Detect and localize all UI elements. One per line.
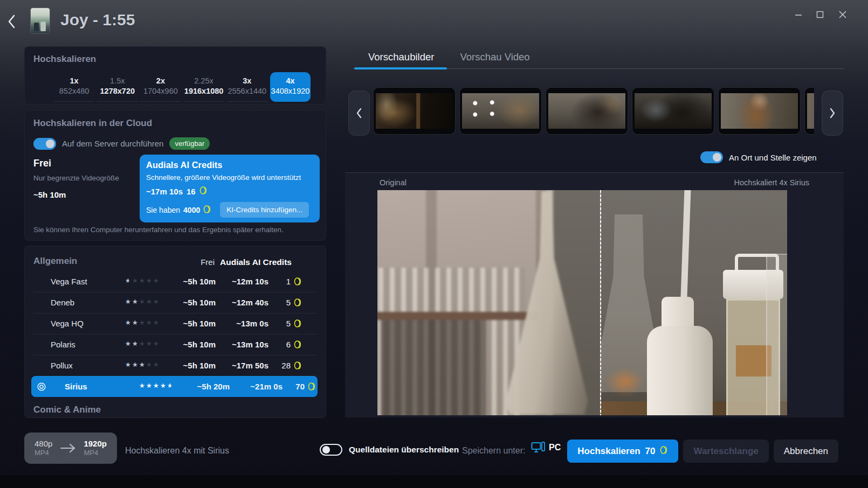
model-credits-time: ~21m 0s [230, 382, 283, 391]
chevron-right-icon [828, 107, 837, 120]
carousel-next-button[interactable] [822, 90, 843, 136]
upscaled-label: Hochskaliert 4x Sirius [734, 178, 809, 187]
upscale-option-1x[interactable]: 1x852x480 [54, 72, 94, 102]
star-rating: ★★★★★★★ [125, 340, 160, 349]
preview-thumbnail-4[interactable] [632, 87, 714, 135]
coin-icon-slot [660, 445, 668, 457]
audials-upscale-window: Joy - 1:55 Hochskalieren 1x852x4801.5x12… [0, 0, 868, 488]
coin-icon [294, 361, 302, 370]
model-free-time: ~5h 10m [173, 361, 216, 370]
credits-duration: ~17m 10s [146, 187, 183, 196]
coin-icon [660, 445, 668, 455]
queue-button[interactable]: Warteschlange [683, 440, 768, 463]
preview-eye-icon [37, 382, 46, 392]
star-rating: ★★★★★★★★ [125, 361, 160, 370]
model-row-vega-fast[interactable]: Vega Fast★★★★★★~5h 10m~12m 10s1 [25, 271, 326, 292]
upscale-resolution: 1278x720 [97, 86, 137, 96]
thumbnail-image [635, 93, 712, 129]
back-button[interactable] [5, 13, 19, 30]
preview-thumbnail-2[interactable] [459, 87, 542, 135]
upscale-panel: Hochskalieren 1x852x4801.5x1278x7202x170… [24, 46, 326, 104]
model-row-pollux[interactable]: Pollux★★★★★★★★~5h 10m~17m 50s28 [25, 355, 326, 376]
preview-thumbnail-5[interactable] [718, 87, 801, 135]
model-credits-count: 28 [281, 361, 291, 370]
column-header-free: Frei [170, 257, 215, 267]
thumbnail-image [462, 93, 539, 129]
pc-icon [531, 442, 545, 454]
coin-icon [294, 340, 302, 349]
upscale-button-label: Hochskalieren [577, 446, 640, 457]
upscale-factor: 4x [270, 76, 311, 86]
upscale-button-cost: 70 [645, 446, 656, 457]
upscale-option-2.25x[interactable]: 2.25x1916x1080 [184, 72, 224, 102]
model-credits-count: 5 [286, 319, 291, 328]
model-name: Deneb [51, 298, 125, 307]
free-subtitle: Nur begrenzte Videogröße [33, 174, 137, 182]
close-button[interactable] [833, 8, 852, 22]
comparison-slider-handle[interactable] [600, 190, 601, 415]
preview-thumbnail-3[interactable] [546, 87, 628, 135]
upscale-option-4x[interactable]: 4x3408x1920 [270, 72, 311, 102]
thumbnail-image [376, 93, 453, 129]
column-header-credits: Audials AI Credits [220, 257, 292, 267]
upscale-option-1.5x[interactable]: 1.5x1278x720 [97, 72, 137, 102]
credits-title: Audials AI Credits [146, 160, 313, 170]
upscaled-image-half [601, 190, 787, 415]
model-row-vega-hq[interactable]: Vega HQ★★★★★★★~5h 10m~13m 0s5 [25, 313, 326, 334]
model-name: Sirius [51, 382, 139, 391]
model-name: Polaris [51, 340, 125, 349]
window-bottom-strip [0, 475, 868, 488]
show-in-place-label: An Ort und Stelle zeigen [729, 153, 817, 162]
model-row-deneb[interactable]: Deneb★★★★★★★~5h 10m~12m 40s5 [25, 292, 326, 313]
model-free-time: ~5h 10m [173, 277, 216, 286]
upscale-button[interactable]: Hochskalieren 70 [567, 440, 678, 463]
upscale-resolution: 3408x1920 [270, 86, 311, 96]
star-rating: ★★★★★★★ [125, 319, 160, 328]
model-free-time: ~5h 20m [187, 382, 230, 391]
star-rating: ★★★★★★ [125, 277, 160, 286]
add-credits-button[interactable]: KI-Credits hinzufügen... [220, 202, 309, 218]
tab-vorschaubilder[interactable]: Vorschaubilder [368, 51, 434, 63]
format-conversion-badge: 480p MP4 1920p MP4 [24, 433, 117, 464]
maximize-button[interactable] [811, 8, 829, 22]
star-rating: ★★★★★★★ [125, 298, 160, 307]
tab-vorschau-video[interactable]: Vorschau Video [460, 51, 529, 63]
free-duration: ~5h 10m [33, 190, 137, 199]
upscale-factor: 3x [227, 76, 267, 86]
comic-anime-section-title: Comic & Anime [33, 405, 326, 415]
upscale-summary-text: Hochskalieren 4x mit Sirius [125, 446, 229, 456]
overwrite-source-toggle[interactable] [320, 444, 342, 456]
original-image-half [377, 190, 601, 415]
coin-icon-slot [199, 186, 208, 197]
model-row-sirius[interactable]: Sirius★★★★★★★★★★~5h 20m~21m 0s70 [25, 376, 326, 397]
coin-icon [308, 382, 316, 391]
model-credits-time: ~17m 50s [216, 361, 268, 370]
cancel-button[interactable]: Abbrechen [774, 440, 838, 463]
upscale-resolution: 852x480 [54, 86, 94, 96]
source-resolution: 480p [35, 439, 52, 448]
upscale-resolution: 2556x1440 [227, 86, 267, 96]
model-row-polaris[interactable]: Polaris★★★★★★★~5h 10m~13m 10s6 [25, 334, 326, 355]
upscale-factor: 1x [54, 76, 94, 86]
upscale-option-2x[interactable]: 2x1704x960 [140, 72, 181, 102]
upscale-panel-title: Hochskalieren [33, 54, 326, 65]
model-credits-time: ~12m 40s [216, 298, 268, 307]
cloud-server-toggle[interactable] [33, 138, 56, 150]
free-title: Frei [33, 158, 137, 169]
preview-thumbnail-6[interactable] [804, 87, 814, 135]
model-name: Vega Fast [51, 277, 125, 286]
upscale-option-3x[interactable]: 3x2556x1440 [227, 72, 267, 102]
show-in-place-toggle[interactable] [700, 151, 723, 163]
minimize-button[interactable] [789, 8, 808, 22]
model-credits-count: 6 [286, 340, 291, 349]
model-credits-count: 5 [286, 298, 291, 307]
model-credits-time: ~13m 0s [216, 319, 268, 328]
carousel-prev-button[interactable] [348, 90, 370, 136]
video-thumbnail [31, 8, 50, 33]
upscale-options: 1x852x4801.5x1278x7202x1704x9602.25x1916… [54, 72, 311, 102]
model-free-time: ~5h 10m [173, 319, 216, 328]
coin-icon [294, 319, 302, 328]
comparison-preview-panel: Original Hochskaliert 4x Sirius [345, 172, 844, 417]
preview-thumbnail-1[interactable] [373, 87, 456, 135]
upscale-factor: 2.25x [184, 76, 224, 86]
